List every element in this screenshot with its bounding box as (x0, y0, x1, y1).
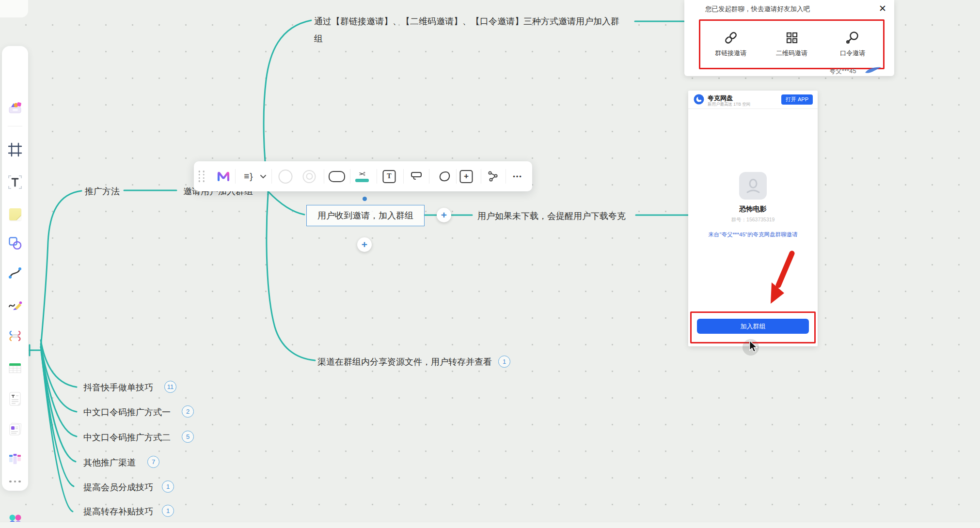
sidebar-divider (8, 126, 22, 126)
outline-shape-icon[interactable] (438, 161, 451, 191)
quark-swoosh-logo (865, 66, 882, 77)
qr-code-icon (785, 31, 799, 45)
node-invite-ways-note[interactable]: 通过【群链接邀请】、【二维码邀请】、【口令邀请】三种方式邀请用户加入群组 (314, 13, 621, 47)
collapsed-count-badge[interactable]: 1 (498, 356, 510, 368)
group-avatar (739, 172, 767, 200)
toolbar-divider (377, 169, 377, 184)
chevron-down-icon[interactable] (260, 161, 267, 191)
sidebar-divider (8, 500, 22, 501)
pen-icon[interactable] (6, 295, 24, 312)
invite-panel-title: 您已发起群聊，快去邀请好友加入吧 (705, 5, 810, 14)
node-promotion-method[interactable]: 推广方法 (85, 186, 120, 197)
kanban-icon[interactable] (6, 450, 24, 468)
node-selected-user-receives-invite[interactable]: 用户收到邀请，加入群组 (306, 205, 425, 226)
collapsed-count-badge[interactable]: 1 (162, 505, 174, 517)
bottom-strip (0, 522, 980, 528)
collapsed-count-badge[interactable]: 5 (182, 431, 194, 443)
invite-option-qrcode[interactable]: 二维码邀请 (761, 21, 822, 68)
link-icon (724, 31, 738, 45)
toolbar-divider (456, 169, 457, 184)
node-code-method-1[interactable]: 中文口令码推广方式一 (83, 406, 171, 418)
corner-blank (0, 0, 28, 17)
selection-handle[interactable] (363, 197, 367, 201)
add-sibling-node-button[interactable]: + (357, 237, 372, 252)
red-highlight-box: 群链接邀请 二维码邀请 口令邀请 (699, 19, 885, 69)
structure-icon[interactable]: ≡} (244, 161, 253, 191)
tool-sidebar (2, 46, 28, 491)
open-app-button[interactable]: 打开 APP (781, 94, 813, 105)
passcode-icon (845, 31, 860, 45)
invite-source-text: 来自"夸父***45"的夸克网盘群聊邀请 (688, 231, 818, 238)
format-painter-icon[interactable] (410, 161, 423, 191)
quark-app-logo (694, 94, 704, 105)
drag-handle-icon[interactable] (199, 161, 205, 191)
invite-options-screenshot[interactable]: 您已发起群聊，快去邀请好友加入吧 ✕ 群链接邀请 二维码邀请 口令邀请 夸父**… (684, 0, 894, 76)
collapsed-count-badge[interactable]: 1 (162, 481, 174, 493)
node-transfer-subsidy-tips[interactable]: 提高转存补贴技巧 (83, 506, 153, 517)
node-code-method-2[interactable]: 中文口令码推广方式二 (83, 432, 171, 443)
invite-option-label: 群链接邀请 (715, 49, 746, 58)
node-remind-download[interactable]: 用户如果未下载，会提醒用户下载夸克 (477, 210, 626, 222)
toolbar-divider (324, 169, 324, 184)
note-card-icon[interactable] (6, 420, 24, 438)
toolbar-divider (429, 169, 429, 184)
node-share-files[interactable]: 渠道在群组内分享资源文件，用户转存并查看 (317, 356, 492, 368)
join-group-button[interactable]: 加入群组 (697, 319, 809, 334)
red-annotation-arrow (766, 250, 796, 311)
node-douyin-tips[interactable]: 抖音快手做单技巧 (83, 382, 153, 393)
invite-option-link[interactable]: 群链接邀请 (700, 21, 761, 68)
more-tools-icon[interactable] (6, 475, 24, 488)
node-other-channels[interactable]: 其他推广渠道 (83, 457, 136, 468)
fill-color-icon[interactable] (279, 161, 293, 191)
toolbar-divider (235, 169, 236, 184)
branch-style-icon[interactable]: ✂ (355, 161, 369, 191)
shapes-icon[interactable] (6, 234, 24, 251)
group-number: 群号：1563735319 (688, 217, 818, 223)
node-toolbar: ≡} ✂ T + ••• (194, 161, 532, 191)
toolbar-divider (481, 169, 481, 184)
table-icon[interactable] (6, 359, 24, 377)
text-tool-icon[interactable] (6, 173, 24, 191)
app-subtitle: 新用户最高送 1TB 空间 (708, 102, 750, 108)
collapsed-count-badge[interactable]: 7 (147, 456, 159, 468)
join-group-screenshot[interactable]: 夸克网盘 新用户最高送 1TB 空间 打开 APP 恐怖电影 群号：156373… (688, 91, 818, 346)
collapsed-count-badge[interactable]: 11 (164, 381, 176, 393)
templates-icon[interactable] (6, 99, 24, 116)
toolbar-divider (271, 169, 272, 184)
text-style-icon[interactable]: T (383, 161, 396, 191)
brand-logo-icon[interactable] (217, 161, 230, 191)
frame-icon[interactable] (6, 141, 24, 158)
invite-option-label: 二维码邀请 (776, 49, 807, 58)
collapsed-count-badge[interactable]: 2 (182, 405, 194, 418)
border-color-icon[interactable] (303, 161, 316, 191)
account-watermark: 夸父***45 (830, 67, 856, 76)
toolbar-divider (506, 169, 506, 184)
close-icon[interactable]: ✕ (879, 3, 886, 14)
relation-icon[interactable] (487, 161, 499, 191)
connector-icon[interactable] (6, 264, 24, 281)
toolbar-divider (350, 169, 350, 184)
app-header: 夸克网盘 新用户最高送 1TB 空间 打开 APP (688, 91, 818, 109)
invite-option-label: 口令邀请 (840, 49, 865, 58)
invite-option-passcode[interactable]: 口令邀请 (822, 21, 883, 68)
add-child-node-button[interactable]: + (437, 208, 451, 222)
whiteboard-canvas[interactable]: 推广方法 邀请用户加入群组 通过【群链接邀请】、【二维码邀请】、【口令邀请】三种… (0, 0, 980, 528)
group-name: 恐怖电影 (688, 205, 818, 214)
sticky-note-icon[interactable] (6, 205, 24, 223)
mouse-cursor (749, 341, 759, 355)
toolbar-divider (403, 169, 404, 184)
mindmap-branches (0, 0, 980, 528)
person-icon (745, 178, 761, 194)
document-icon[interactable] (6, 390, 24, 408)
node-shape-icon[interactable] (329, 161, 345, 191)
mindmap-icon[interactable] (6, 327, 24, 344)
insert-node-icon[interactable]: + (460, 161, 473, 191)
node-member-split-tips[interactable]: 提高会员分成技巧 (83, 481, 153, 493)
toolbar-more-icon[interactable]: ••• (513, 161, 522, 191)
